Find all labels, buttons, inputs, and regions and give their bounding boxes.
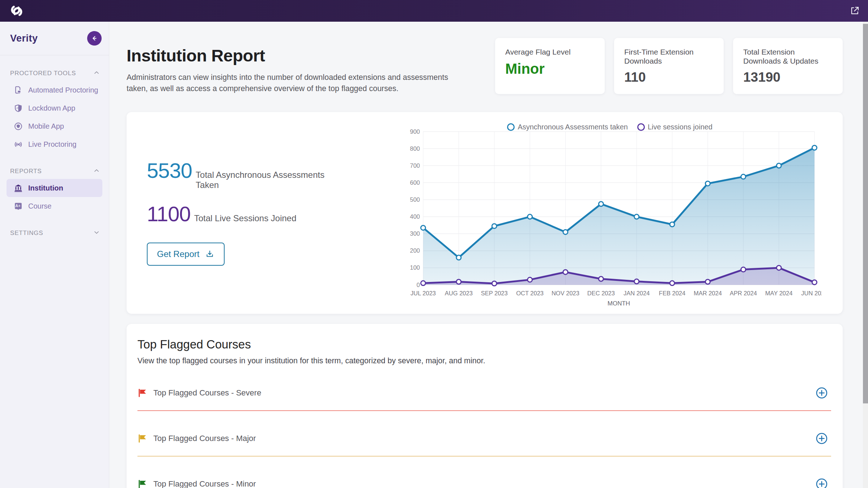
svg-text:MAY 2024: MAY 2024 (765, 290, 793, 296)
stat-label: Average Flag Level (505, 47, 595, 56)
sidebar-item-institution[interactable]: Institution (7, 179, 102, 197)
external-link-icon (849, 5, 860, 16)
svg-text:A+: A+ (15, 204, 20, 208)
legend-label: Live sessions joined (648, 123, 712, 131)
external-link-button[interactable] (849, 5, 860, 16)
page-title: Institution Report (127, 46, 452, 65)
svg-text:200: 200 (410, 247, 420, 254)
sidebar-item-label: Course (28, 202, 51, 210)
svg-text:SEP 2023: SEP 2023 (481, 290, 508, 296)
chart-area: Asynchronous Assessments taken Live sess… (344, 112, 843, 314)
flagged-row-severe: Top Flagged Courses - Severe (137, 386, 831, 411)
legend-circle-purple (637, 123, 645, 131)
sidebar-item-course[interactable]: A+ Course (7, 197, 102, 215)
flagged-row-label: Top Flagged Courses - Minor (153, 479, 815, 488)
chevron-up-icon (93, 69, 100, 77)
async-total-stat: 5530 Total Asynchronous Assessments Take… (147, 158, 344, 190)
legend-label: Asynchronous Assessments taken (518, 123, 628, 131)
scrollbar-track (863, 22, 868, 488)
live-total-label: Total Live Sessions Joined (194, 213, 297, 223)
svg-text:FEB 2024: FEB 2024 (659, 290, 685, 296)
top-flagged-card: Top Flagged Courses View the top flagged… (127, 324, 843, 488)
svg-text:400: 400 (410, 213, 420, 220)
sidebar-collapse-button[interactable] (87, 31, 102, 46)
plus-circle-icon (815, 478, 828, 488)
flagged-row-label: Top Flagged Courses - Severe (153, 388, 815, 398)
chevron-down-icon (93, 229, 100, 237)
live-proctoring-icon (14, 140, 23, 149)
severity-divider-severe (137, 410, 831, 411)
stat-card-first-time-downloads: First-Time Extension Downloads 110 (614, 38, 724, 94)
flag-icon-severe (137, 388, 148, 398)
plus-circle-icon (815, 386, 828, 399)
section-label: SETTINGS (10, 230, 43, 237)
topbar (0, 0, 868, 22)
expand-major-button[interactable] (815, 432, 828, 445)
stat-label: First-Time Extension Downloads (624, 47, 714, 65)
legend-item-async[interactable]: Asynchronous Assessments taken (507, 123, 628, 131)
flag-icon-minor (137, 479, 148, 488)
svg-text:MAR 2024: MAR 2024 (694, 290, 722, 296)
stat-value: Minor (505, 61, 595, 77)
stat-label: Total Extension Downloads & Updates (743, 47, 833, 65)
main-content: Institution Report Administrators can vi… (109, 22, 863, 488)
sidebar-item-mobile-app[interactable]: Mobile App (7, 117, 102, 135)
stat-value: 13190 (743, 70, 833, 85)
expand-minor-button[interactable] (815, 478, 828, 488)
sidebar-item-automated-proctoring[interactable]: Automated Proctoring (7, 81, 102, 99)
mobile-app-icon (14, 122, 23, 131)
svg-text:JAN 2024: JAN 2024 (624, 290, 650, 296)
report-chart-card: 5530 Total Asynchronous Assessments Take… (127, 112, 843, 314)
async-total-value: 5530 (147, 158, 192, 183)
stat-cards: Average Flag Level Minor First-Time Exte… (495, 38, 843, 94)
verity-logo[interactable] (9, 4, 24, 18)
svg-text:800: 800 (410, 145, 420, 152)
chevron-up-icon (93, 167, 100, 175)
sidebar-item-live-proctoring[interactable]: Live Proctoring (7, 135, 102, 153)
svg-text:600: 600 (410, 179, 420, 186)
chart-legend: Asynchronous Assessments taken Live sess… (507, 123, 712, 131)
section-label: REPORTS (10, 168, 42, 175)
svg-text:OCT 2023: OCT 2023 (516, 290, 544, 296)
section-header-proctored-tools[interactable]: PROCTORED TOOLS (10, 69, 100, 77)
async-total-label: Total Asynchronous Assessments Taken (196, 170, 344, 190)
top-flagged-description: View the top flagged courses in your ins… (137, 356, 831, 365)
svg-text:100: 100 (410, 264, 420, 271)
course-grade-icon: A+ (14, 202, 23, 211)
svg-text:500: 500 (410, 196, 420, 203)
section-header-settings[interactable]: SETTINGS (10, 229, 100, 237)
sidebar-item-label: Mobile App (28, 122, 64, 130)
svg-text:APR 2024: APR 2024 (730, 290, 757, 296)
institution-bank-icon (14, 184, 23, 193)
sidebar: Verity PROCTORED TOOLS Automated Proctor… (0, 22, 109, 488)
svg-text:DEC 2023: DEC 2023 (587, 290, 615, 296)
section-label: PROCTORED TOOLS (10, 70, 76, 77)
top-flagged-title: Top Flagged Courses (137, 338, 831, 351)
sidebar-item-lockdown-app[interactable]: Lockdown App (7, 99, 102, 117)
sidebar-item-label: Automated Proctoring (28, 86, 98, 94)
plus-circle-icon (815, 432, 828, 445)
flagged-row-major: Top Flagged Courses - Major (137, 432, 831, 457)
scrollbar-thumb[interactable] (863, 24, 868, 403)
automated-proctoring-icon (14, 86, 23, 95)
svg-text:900: 900 (410, 128, 420, 135)
get-report-button[interactable]: Get Report (147, 243, 225, 266)
page-description: Administrators can view insights into th… (127, 72, 452, 94)
svg-text:700: 700 (410, 162, 420, 169)
sidebar-item-label: Live Proctoring (28, 140, 76, 149)
divider (0, 55, 109, 55)
svg-text:JUN 2024: JUN 2024 (801, 290, 822, 296)
sidebar-item-label: Lockdown App (28, 104, 75, 112)
legend-item-live[interactable]: Live sessions joined (637, 123, 712, 131)
section-header-reports[interactable]: REPORTS (10, 167, 100, 175)
live-total-value: 1100 (147, 202, 191, 226)
stat-value: 110 (624, 70, 714, 85)
svg-text:JUL 2023: JUL 2023 (410, 290, 436, 296)
svg-text:0: 0 (417, 282, 420, 288)
verity-swirl-icon (9, 4, 24, 18)
svg-text:MONTH: MONTH (608, 300, 630, 307)
expand-severe-button[interactable] (815, 386, 828, 399)
flagged-row-minor: Top Flagged Courses - Minor (137, 478, 831, 488)
severity-divider-major (137, 456, 831, 457)
legend-circle-blue (507, 123, 515, 131)
